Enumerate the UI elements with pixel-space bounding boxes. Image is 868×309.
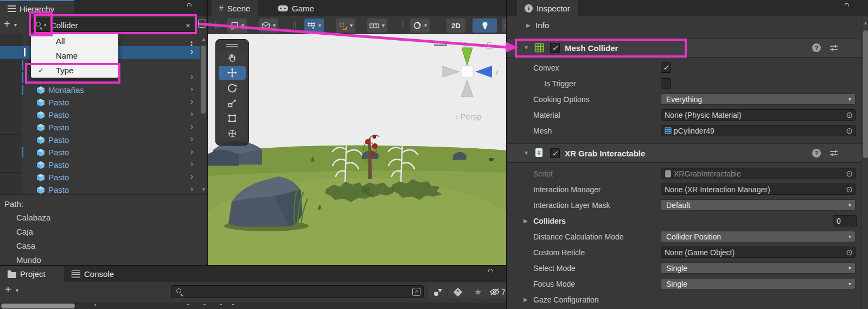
component-enabled-checkbox[interactable]: ✓ [550,43,560,53]
object-picker-icon[interactable]: ⊙ [846,169,853,178]
add-object-caret-icon[interactable]: ▾ [14,22,17,28]
rect-tool-button[interactable] [219,111,246,125]
expand-chevron-icon[interactable]: › [190,110,193,118]
colliders-row[interactable]: ▶ Colliders 0 [507,213,868,229]
toggle-2d-button[interactable]: 2D [446,18,465,33]
colliders-size-field[interactable]: 0 [833,215,857,226]
tab-inspector[interactable]: i Inspector [517,0,578,16]
hierarchy-row-montanas[interactable]: Montañas › [0,84,200,96]
scene-viewport[interactable]: y z ‹ Persp [208,34,506,266]
toolbar-drag-handle[interactable] [215,21,216,29]
focus-mode-dropdown[interactable]: Single ▾ [661,278,856,289]
expand-chevron-icon[interactable]: › [190,172,193,181]
help-icon[interactable]: ? [812,149,821,157]
snap-button[interactable]: ▾ [336,18,355,33]
object-picker-icon[interactable]: ⊙ [846,127,853,135]
foldout-closed-icon[interactable]: ▶ [524,297,528,302]
hierarchy-search-field[interactable]: ▾ × [31,18,196,32]
distance-calc-dropdown[interactable]: Collider Position ▾ [661,231,856,242]
mesh-object-field[interactable]: pCylinder49 ⊙ [661,125,856,136]
open-search-window-icon[interactable]: ↗ [412,288,420,296]
inspector-scrollbar-thumb[interactable] [863,30,868,158]
select-mode-dropdown[interactable]: Single ▾ [661,262,856,274]
hierarchy-row-pasto[interactable]: Pasto › [0,184,200,194]
expand-chevron-icon[interactable]: › [190,85,193,93]
expand-chevron-icon[interactable]: › [190,160,193,168]
scene-audio-button[interactable] [502,18,506,33]
persp-label[interactable]: ‹ Persp [429,112,506,121]
scroll-up-icon[interactable]: ▲ [863,21,868,26]
expand-chevron-icon[interactable]: › [190,185,193,193]
component-enabled-checkbox[interactable]: ✓ [550,148,560,158]
xr-grab-header[interactable]: ▼ # ✓ XR Grab Interactable ? [507,143,868,163]
scene-lighting-button[interactable] [473,18,497,33]
custom-reticle-field[interactable]: None (Game Object) ⊙ [661,247,856,258]
object-picker-icon[interactable]: ⊙ [846,185,853,193]
gaze-configuration-row[interactable]: ▶ Gaze Configuration [507,292,868,307]
hierarchy-row-pasto[interactable]: Pasto › [0,134,200,146]
grid-visibility-button[interactable]: Y ▾ [304,18,324,33]
expand-chevron-icon[interactable]: › [190,72,193,81]
expand-chevron-icon[interactable]: › [190,47,193,56]
tab-project[interactable]: Project [0,266,64,282]
open-search-window-icon[interactable]: ↗ [198,20,206,28]
foldout-open-icon[interactable]: ▼ [524,45,529,51]
presets-icon[interactable] [829,44,838,52]
interaction-layer-mask-dropdown[interactable]: Default ▾ [661,199,856,211]
object-picker-icon[interactable]: ⊙ [846,248,853,256]
pivot-orientation-button[interactable]: ▾ [259,18,278,33]
foldout-closed-icon[interactable]: ▶ [524,218,528,224]
is-trigger-checkbox[interactable] [661,78,671,89]
clear-search-icon[interactable]: × [186,21,190,30]
row-kebab-icon[interactable] [190,44,192,46]
horizontal-scrollbar-thumb[interactable] [1,304,75,308]
hand-tool-button[interactable] [219,51,246,65]
tool-settings-button[interactable]: ▾ [227,18,247,33]
scene-effects-button[interactable]: ▾ [410,18,430,33]
tab-hierarchy[interactable]: Hierarchy [0,0,74,16]
filter-by-label-button[interactable] [448,285,468,299]
search-input[interactable] [49,20,165,30]
search-filter-caret-icon[interactable]: ▾ [44,23,46,28]
object-picker-icon[interactable]: ⊙ [846,111,853,119]
expand-chevron-icon[interactable]: › [190,122,193,131]
expand-chevron-icon[interactable]: › [190,135,193,143]
expand-chevron-icon[interactable]: › [190,97,193,106]
search-icon[interactable] [36,22,43,29]
interaction-manager-field[interactable]: None (XR Interaction Manager) ⊙ [661,184,856,195]
overlay-drag-handle[interactable] [226,44,238,45]
add-asset-button[interactable]: + [5,283,11,296]
path-entry[interactable]: Caja [16,227,33,236]
presets-icon[interactable] [829,149,838,157]
hidden-packages-button[interactable]: 7 [488,285,506,299]
convex-checkbox[interactable]: ✓ [661,62,671,73]
move-tool-button[interactable] [219,66,246,80]
project-search-input[interactable] [188,287,412,297]
hierarchy-row-pasto[interactable]: Pasto › [0,109,200,121]
hierarchy-row-pasto[interactable]: Pasto › [0,121,200,134]
script-object-field[interactable]: # XRGrabInteractable ⊙ [661,168,856,179]
expand-chevron-icon[interactable]: › [190,147,193,156]
path-entry[interactable]: Casa [16,241,35,250]
tab-console[interactable]: Console [64,266,122,282]
orientation-gizmo[interactable]: y z ‹ Persp [429,36,506,125]
menu-item-all[interactable]: All [31,34,118,48]
info-foldout-row[interactable]: ▶ Info [507,16,868,35]
measure-button[interactable]: ▾ [367,18,387,33]
help-icon[interactable]: ? [812,43,821,52]
scale-tool-button[interactable] [219,96,246,110]
add-asset-caret-icon[interactable]: ▾ [16,288,18,293]
foldout-closed-icon[interactable]: ▶ [526,23,531,28]
tab-game[interactable]: Game [270,0,322,16]
filter-by-type-button[interactable] [427,285,448,299]
hierarchy-row-pasto[interactable]: Pasto › [0,171,200,184]
rotate-tool-button[interactable] [219,81,246,95]
scroll-down-icon[interactable]: ▼ [201,187,206,192]
cooking-options-dropdown[interactable]: Everything ▾ [661,93,856,105]
path-entry[interactable]: Calabaza [16,213,50,222]
inspector-scrollbar[interactable]: ▲ [861,16,868,309]
hierarchy-scrollbar-thumb[interactable] [201,46,206,113]
mesh-collider-header[interactable]: ▼ ✓ Mesh Collider ? [507,38,868,58]
favorites-button[interactable]: ★ [468,285,488,299]
menu-item-name[interactable]: Name [31,48,118,63]
